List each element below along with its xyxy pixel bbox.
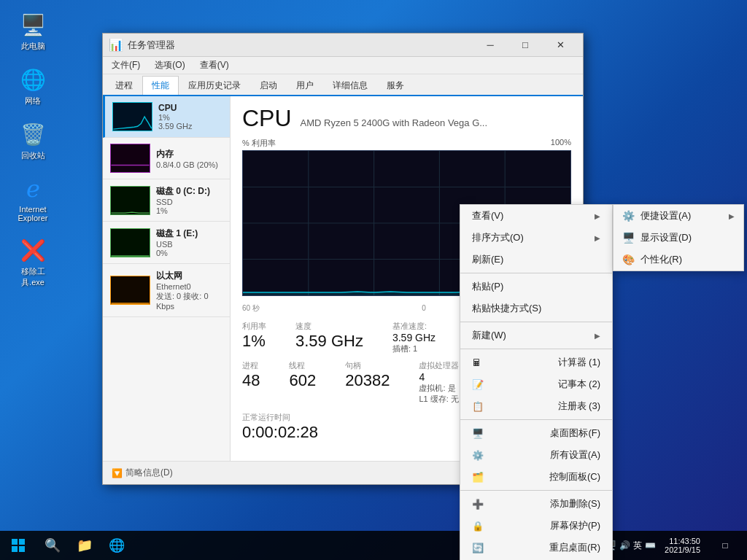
net-sub1: Ethernet0 bbox=[156, 282, 222, 291]
menu-file[interactable]: 文件(F) bbox=[106, 58, 146, 73]
volume-icon[interactable]: 🔊 bbox=[619, 540, 630, 551]
sidebar-item-net[interactable]: 以太网 Ethernet0 发送: 0 接收: 0 Kbps bbox=[103, 264, 230, 317]
disk0-mini-svg bbox=[111, 187, 150, 214]
maximize-button[interactable]: □ bbox=[508, 34, 542, 56]
ctx-divider-1 bbox=[460, 273, 612, 273]
taskbar-clock[interactable]: 11:43:50 2021/9/15 bbox=[659, 537, 706, 554]
tab-details[interactable]: 详细信息 bbox=[323, 76, 377, 95]
sidebar-item-disk0[interactable]: 磁盘 0 (C: D:) SSD 1% bbox=[103, 179, 230, 222]
desktop-icon-ie[interactable]: ℯ InternetExplorer bbox=[7, 171, 58, 225]
menu-view[interactable]: 查看(V) bbox=[194, 58, 235, 73]
sidebar-item-disk1[interactable]: 磁盘 1 (E:) USB 0% bbox=[103, 222, 230, 264]
ctx-calculator[interactable]: 🖩 计算器 (1) bbox=[460, 351, 612, 373]
menu-options[interactable]: 选项(O) bbox=[149, 58, 190, 73]
taskbar: 🔍 📁 🌐 🔼 🖥️ 🔊 英 ⌨️ 11:43:50 2021/9/15 □ bbox=[0, 531, 747, 560]
ie-label: InternetExplorer bbox=[18, 205, 48, 222]
ctx-paste[interactable]: 粘贴(P) bbox=[460, 276, 612, 298]
ctx-new[interactable]: 新建(W) ▶ bbox=[460, 324, 612, 346]
desktop-icon-tool[interactable]: ❌ 移除工具.exe bbox=[7, 233, 58, 291]
taskbar-file-explorer[interactable]: 📁 bbox=[69, 531, 101, 560]
mem-sub1: 0.8/4.0 GB (20%) bbox=[156, 160, 222, 169]
recycle-bin-label: 回收站 bbox=[21, 150, 45, 161]
submenu-display-settings[interactable]: 🖥️ 显示设置(D) bbox=[614, 227, 743, 249]
disk0-mini-chart bbox=[110, 186, 150, 215]
svg-rect-2 bbox=[111, 187, 149, 214]
tab-services[interactable]: 服务 bbox=[377, 76, 414, 95]
tool-label: 移除工具.exe bbox=[10, 266, 55, 288]
show-desktop-button[interactable]: □ bbox=[709, 531, 741, 560]
net-sub2: 发送: 0 接收: 0 Kbps bbox=[156, 291, 222, 311]
disk1-name: 磁盘 1 (E:) bbox=[156, 228, 222, 240]
stat-virt-proc-value: 4 bbox=[419, 371, 461, 383]
stat-base-speed-value: 3.59 GHz bbox=[392, 332, 436, 343]
titlebar: 📊 任务管理器 ─ □ ✕ bbox=[103, 34, 583, 57]
network-label: 网络 bbox=[25, 96, 41, 106]
util-label-text: % 利用率 bbox=[242, 138, 276, 149]
stat-util-value: 1% bbox=[242, 332, 266, 351]
perf-sidebar: CPU 1% 3.59 GHz 内存 0.8/4. bbox=[103, 96, 231, 461]
lang-indicator[interactable]: 英 bbox=[633, 540, 642, 552]
minimize-button[interactable]: ─ bbox=[473, 34, 507, 56]
ctx-notepad[interactable]: 📝 记事本 (2) bbox=[460, 373, 612, 395]
arrow-icon: ▶ bbox=[595, 234, 600, 242]
submenu-personalize[interactable]: 🎨 个性化(R) bbox=[614, 249, 743, 271]
chevron-down-icon: 🔽 bbox=[112, 468, 123, 478]
arrow-icon: ▶ bbox=[595, 212, 600, 220]
tab-startup[interactable]: 启动 bbox=[250, 76, 287, 95]
submenu-quick-settings[interactable]: ⚙️ 便捷设置(A) ▶ bbox=[614, 205, 743, 227]
cpu-sub2: 3.59 GHz bbox=[158, 122, 222, 131]
disk0-sub2: 1% bbox=[156, 206, 222, 215]
mem-name: 内存 bbox=[156, 148, 222, 160]
taskbar-search[interactable]: 🔍 bbox=[36, 531, 69, 560]
ctx-paste-shortcut[interactable]: 粘贴快捷方式(S) bbox=[460, 298, 612, 319]
disk1-sub2: 0% bbox=[156, 249, 222, 257]
ctx-all-settings[interactable]: ⚙️ 所有设置(A) bbox=[460, 444, 612, 466]
taskbar-browser[interactable]: 🌐 bbox=[101, 531, 133, 560]
tab-process[interactable]: 进程 bbox=[106, 76, 142, 95]
start-button[interactable] bbox=[0, 531, 36, 560]
taskbar-left: 🔍 📁 🌐 bbox=[0, 531, 133, 560]
cpu-mini-svg bbox=[113, 103, 152, 131]
context-menu: 查看(V) ▶ 排序方式(O) ▶ 刷新(E) 粘贴(P) 粘贴快捷方式(S) … bbox=[460, 204, 613, 560]
tab-users[interactable]: 用户 bbox=[287, 76, 323, 95]
cpu-info: CPU 1% 3.59 GHz bbox=[158, 103, 222, 131]
desktop-icon-network[interactable]: 🌐 网络 bbox=[7, 62, 58, 109]
ctx-restart-desktop[interactable]: 🔄 重启桌面(R) bbox=[460, 537, 612, 559]
tab-performance[interactable]: 性能 bbox=[142, 76, 179, 95]
disk1-sub1: USB bbox=[156, 240, 222, 249]
cpu-name: CPU bbox=[158, 103, 222, 113]
title-left: 📊 任务管理器 bbox=[109, 38, 175, 52]
sidebar-item-cpu[interactable]: CPU 1% 3.59 GHz bbox=[103, 96, 230, 138]
recycle-bin-icon: 🗑️ bbox=[18, 120, 47, 149]
desktop-icon-recycle-bin[interactable]: 🗑️ 回收站 bbox=[7, 117, 58, 164]
menubar: 文件(F) 选项(O) 查看(V) bbox=[103, 57, 583, 74]
ctx-regedit[interactable]: 📋 注册表 (3) bbox=[460, 395, 612, 417]
ctx-add-remove[interactable]: ➕ 添加删除(S) bbox=[460, 493, 612, 515]
my-computer-label: 此电脑 bbox=[21, 41, 45, 52]
close-button[interactable]: ✕ bbox=[543, 34, 577, 56]
disk0-info: 磁盘 0 (C: D:) SSD 1% bbox=[156, 185, 222, 215]
disk1-info: 磁盘 1 (E:) USB 0% bbox=[156, 228, 222, 257]
svg-rect-4 bbox=[111, 276, 149, 304]
ctx-divider-2 bbox=[460, 322, 612, 322]
sidebar-item-mem[interactable]: 内存 0.8/4.0 GB (20%) bbox=[103, 138, 230, 179]
ctx-desktop-icon[interactable]: 🖥️ 桌面图标(F) bbox=[460, 422, 612, 444]
calculator-icon: 🖩 bbox=[472, 357, 481, 368]
notepad-icon: 📝 bbox=[472, 379, 484, 390]
input-method-icon[interactable]: ⌨️ bbox=[645, 540, 656, 551]
stat-utilization: 利用率 1% bbox=[242, 321, 266, 354]
desktop: 🖥️ 此电脑 🌐 网络 🗑️ 回收站 ℯ InternetExplorer ❌ … bbox=[0, 0, 747, 560]
collapse-info-button[interactable]: 🔽 简略信息(D) bbox=[112, 467, 173, 479]
tm-title-text: 任务管理器 bbox=[128, 39, 175, 52]
desktop-icon-icon: 🖥️ bbox=[472, 428, 484, 439]
restart-icon: 🔄 bbox=[472, 542, 484, 553]
tab-app-history[interactable]: 应用历史记录 bbox=[179, 76, 250, 95]
ctx-view[interactable]: 查看(V) ▶ bbox=[460, 205, 612, 227]
quick-settings-icon: ⚙️ bbox=[622, 210, 635, 222]
desktop-icon-my-computer[interactable]: 🖥️ 此电脑 bbox=[7, 7, 58, 55]
ctx-refresh[interactable]: 刷新(E) bbox=[460, 249, 612, 271]
stat-proc-value: 48 bbox=[242, 371, 260, 390]
ctx-sort[interactable]: 排序方式(O) ▶ bbox=[460, 227, 612, 249]
ctx-control-panel[interactable]: 🗂️ 控制面板(C) bbox=[460, 466, 612, 488]
ctx-screensaver[interactable]: 🔒 屏幕保护(P) bbox=[460, 515, 612, 537]
